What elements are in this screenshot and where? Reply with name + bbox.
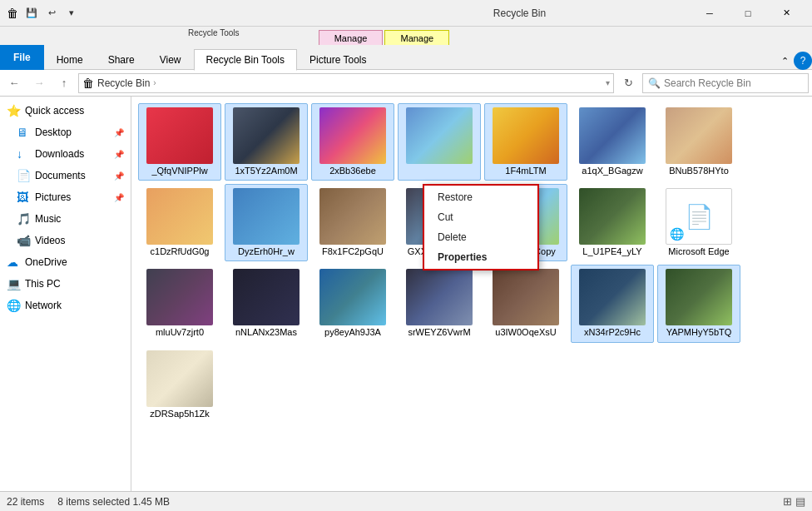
large-icons-view-button[interactable]: ▤ [795,495,805,508]
file-item[interactable]: YAPMHyY5bTQ [657,265,740,342]
file-item[interactable]: 1F4mLTM [484,103,567,181]
tab-file[interactable]: File [0,45,44,70]
file-thumbnail [406,107,473,164]
main-tabs-row: File Home Share View Recycle Bin Tools P… [0,45,812,70]
file-item[interactable]: 2xBb36ebe [311,103,394,181]
sidebar-item-onedrive[interactable]: ☁ OneDrive [0,251,131,273]
manage-tab-picture[interactable]: Manage [384,30,449,45]
file-name: c1DzRfUdG0g [151,246,210,257]
details-view-button[interactable]: ⊞ [783,495,792,508]
context-menu-delete[interactable]: Delete [424,227,537,247]
sidebar: ⭐ Quick access 🖥 Desktop 📌 ↓ Downloads 📌… [0,97,131,491]
file-thumbnail [319,188,386,245]
back-button[interactable]: ← [3,72,25,94]
sidebar-item-pictures[interactable]: 🖼 Pictures 📌 [0,186,131,208]
address-bar: ← → ↑ 🗑 Recycle Bin › ▾ ↻ 🔍 [0,70,812,97]
forward-button[interactable]: → [28,72,50,94]
sidebar-item-label: Videos [35,235,65,246]
tab-view[interactable]: View [147,48,194,70]
file-name: 2xBb36ebe [329,166,376,176]
file-item[interactable]: 1xT5Yz2Am0M [225,103,308,181]
file-item[interactable]: L_U1PE4_yLY [571,184,654,261]
title-bar: 🗑 💾 ↩ ▾ Recycle Bin ─ □ ✕ [0,0,812,27]
file-thumbnail [146,269,213,325]
file-item[interactable]: u3IW0OqeXsU [484,265,567,342]
recycle-tools-text: Recycle Tools [188,28,240,37]
file-thumbnail [146,188,213,245]
file-name: _QfqVNIPPlw [151,166,207,176]
file-thumbnail [146,107,213,164]
content-area[interactable]: _QfqVNIPPlw 1xT5Yz2Am0M 2xBb36ebe 1F4mLT… [131,97,812,491]
tab-recycle-bin-tools[interactable]: Recycle Bin Tools [194,49,298,71]
ribbon-collapse-button[interactable]: ⌃ [775,52,794,70]
network-icon: 🌐 [7,299,20,312]
sidebar-item-music[interactable]: 🎵 Music [0,208,131,230]
sidebar-item-documents[interactable]: 📄 Documents 📌 [0,165,131,186]
file-item[interactable]: zDRSap5h1Zk [138,346,221,424]
context-menu-restore[interactable]: Restore [424,187,537,207]
sidebar-item-desktop[interactable]: 🖥 Desktop 📌 [0,122,131,143]
manage-tab-recycle[interactable]: Manage [319,30,384,45]
quick-access-icon: ⭐ [7,104,20,117]
sidebar-item-label: Pictures [35,191,71,203]
onedrive-icon: ☁ [7,256,20,269]
file-item[interactable]: py8eyAh9J3A [311,265,394,342]
help-button[interactable]: ? [794,52,812,70]
maximize-button[interactable]: □ [729,0,767,27]
sidebar-item-downloads[interactable]: ↓ Downloads 📌 [0,143,131,165]
tab-picture-tools[interactable]: Picture Tools [297,48,379,70]
file-item[interactable]: BNuB578HYto [657,103,740,181]
file-thumbnail [233,188,300,245]
file-item[interactable]: mluUv7zjrt0 [138,265,221,342]
file-item[interactable] [398,103,481,181]
context-menu-cut[interactable]: Cut [424,207,537,227]
file-name: F8x1FC2pGqU [322,246,384,257]
sidebar-item-this-pc[interactable]: 💻 This PC [0,273,131,295]
window-controls: ─ □ ✕ [691,0,805,27]
file-item[interactable]: _QfqVNIPPlw [138,103,221,181]
file-thumbnail [406,269,473,325]
file-item[interactable]: a1qX_BGagzw [571,103,654,181]
tab-home[interactable]: Home [44,48,96,70]
file-thumbnail [146,350,213,407]
pin-icon: 📌 [114,171,124,181]
qat-save-button[interactable]: 💾 [23,5,40,22]
title-bar-left: 🗑 💾 ↩ ▾ [7,5,349,22]
file-name: mluUv7zjrt0 [156,327,204,338]
file-item[interactable]: F8x1FC2pGqU [311,184,394,261]
sidebar-item-quick-access[interactable]: ⭐ Quick access [0,100,131,122]
total-items-count: 22 items [7,496,44,508]
context-menu-properties[interactable]: Properties [424,247,537,267]
status-bar: 22 items 8 items selected 1.45 MB ⊞ ▤ [0,491,812,511]
file-item[interactable]: nNLANx23Mas [225,265,308,342]
file-item[interactable]: DyzErh0Hr_w [225,184,308,261]
sidebar-item-label: Network [25,300,62,311]
pin-icon: 📌 [114,193,124,202]
documents-icon: 📄 [17,169,30,182]
file-item[interactable]: 📄 🌐 Microsoft Edge [657,184,740,261]
search-box[interactable]: 🔍 [642,73,809,93]
search-input[interactable] [664,77,803,89]
address-path[interactable]: 🗑 Recycle Bin › ▾ [78,73,614,93]
up-button[interactable]: ↑ [53,72,75,94]
file-item[interactable]: xN34rP2c9Hc [571,265,654,342]
file-name: xN34rP2c9Hc [584,327,641,338]
context-menu: Restore Cut Delete Properties [423,184,539,270]
file-name: 1xT5Yz2Am0M [235,166,297,176]
sidebar-item-label: Music [35,213,61,225]
app-icon: 🗑 [7,7,20,20]
refresh-button[interactable]: ↻ [617,72,639,94]
sidebar-item-videos[interactable]: 📹 Videos [0,230,131,251]
minimize-button[interactable]: ─ [691,0,729,27]
file-item[interactable]: c1DzRfUdG0g [138,184,221,261]
close-button[interactable]: ✕ [767,0,805,27]
tab-share[interactable]: Share [96,48,147,70]
qat-dropdown-button[interactable]: ▾ [63,5,80,22]
selected-items-info: 8 items selected 1.45 MB [57,496,170,508]
sidebar-item-network[interactable]: 🌐 Network [0,295,131,316]
qat-undo-button[interactable]: ↩ [43,5,60,22]
file-name: nNLANx23Mas [235,327,297,338]
window-title: Recycle Bin [349,7,691,19]
path-dropdown-arrow[interactable]: ▾ [606,78,610,87]
file-item[interactable]: srWEYZ6VwrM [398,265,481,342]
